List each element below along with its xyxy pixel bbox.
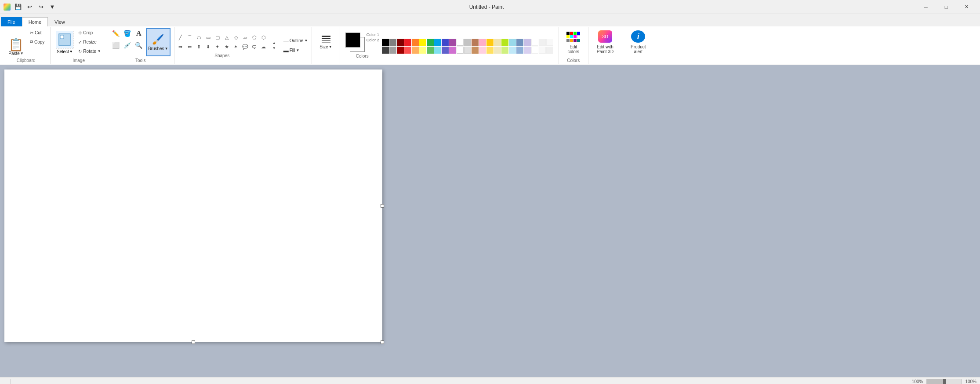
swatch-medblue[interactable] <box>442 47 449 54</box>
swatch-lavender[interactable] <box>524 39 531 46</box>
swatch-gold[interactable] <box>486 39 494 46</box>
close-button[interactable]: ✕ <box>956 0 976 14</box>
resize-handle-right[interactable] <box>381 204 384 208</box>
shape-round-rect[interactable]: ▢ <box>213 33 222 42</box>
resize-handle-corner[interactable] <box>381 340 384 344</box>
swatch-w5[interactable] <box>539 47 546 54</box>
cut-button[interactable]: ✂ Cut <box>28 28 47 37</box>
swatch-gray[interactable] <box>389 39 396 46</box>
shape-star5[interactable]: ★ <box>222 43 231 51</box>
tab-view[interactable]: View <box>48 17 72 26</box>
shape-hexagon[interactable]: ⬡ <box>259 33 268 42</box>
shape-line[interactable]: ╱ <box>176 33 185 42</box>
color1-preview[interactable] <box>345 33 360 48</box>
brushes-button[interactable]: 🖌️ Brushes ▼ <box>146 28 171 56</box>
shape-cloud[interactable]: ☁ <box>259 43 268 51</box>
resize-button[interactable]: ⤢ Resize <box>76 37 103 46</box>
shape-callout-rect[interactable]: 💬 <box>241 43 250 51</box>
swatch-wheat[interactable] <box>494 47 501 54</box>
zoom-slider-thumb[interactable] <box>943 379 946 384</box>
swatch-white1[interactable] <box>457 39 464 46</box>
zoom-slider[interactable] <box>926 379 962 384</box>
color-picker-button[interactable]: 💉 <box>122 40 133 51</box>
swatch-green[interactable] <box>427 39 434 46</box>
shape-diamond[interactable]: ◇ <box>232 33 240 42</box>
eraser-button[interactable]: ⬜ <box>111 40 121 51</box>
paint3d-button[interactable]: 3D Edit with Paint 3D <box>592 28 618 56</box>
swatch-blush[interactable] <box>479 47 486 54</box>
customize-button[interactable]: ▼ <box>47 2 57 12</box>
swatch-lime[interactable] <box>501 39 508 46</box>
swatch-chartreuse[interactable] <box>501 47 508 54</box>
swatch-lightgray[interactable] <box>464 39 471 46</box>
shapes-scroll-down[interactable]: ▼ <box>271 46 278 51</box>
swatch-steelblue[interactable] <box>516 39 523 46</box>
swatch-violet[interactable] <box>449 47 456 54</box>
tab-home[interactable]: Home <box>22 17 48 26</box>
swatch-lightgray2[interactable] <box>464 47 471 54</box>
swatch-maroon[interactable] <box>397 39 404 46</box>
swatch-periwinkle[interactable] <box>516 47 523 54</box>
swatch-medgreen[interactable] <box>427 47 434 54</box>
shape-callout-oval[interactable]: 🗨 <box>250 43 259 51</box>
shape-triangle[interactable]: △ <box>222 33 231 42</box>
swatch-yellow[interactable] <box>419 39 426 46</box>
swatch-w2[interactable] <box>539 39 546 46</box>
shape-arrow-right[interactable]: ➡ <box>176 43 185 51</box>
swatch-w3[interactable] <box>546 39 553 46</box>
shape-curve[interactable]: ⌒ <box>185 33 194 42</box>
magnify-button[interactable]: 🔍 <box>134 40 144 51</box>
swatch-tan[interactable] <box>472 47 479 54</box>
swatch-lightyellow[interactable] <box>419 47 426 54</box>
swatch-brown[interactable] <box>472 39 479 46</box>
minimize-button[interactable]: ─ <box>916 0 936 14</box>
product-alert-button[interactable]: i Product alert <box>626 28 650 56</box>
swatch-black[interactable] <box>382 39 389 46</box>
swatch-w6[interactable] <box>546 47 553 54</box>
shape-arrow-left[interactable]: ⬅ <box>185 43 194 51</box>
save-button[interactable]: 💾 <box>13 2 23 12</box>
swatch-pink[interactable] <box>479 39 486 46</box>
shape-rect[interactable]: ▭ <box>204 33 213 42</box>
shape-star6[interactable]: ✶ <box>232 43 240 51</box>
swatch-w1[interactable] <box>531 39 538 46</box>
crop-button[interactable]: ⊹ Crop <box>76 28 103 37</box>
shape-parallelogram[interactable]: ▱ <box>241 33 250 42</box>
swatch-red[interactable] <box>404 39 411 46</box>
maximize-button[interactable]: □ <box>936 0 956 14</box>
fill-shape-button[interactable]: ▬ Fill ▼ <box>281 46 310 55</box>
undo-button[interactable]: ↩ <box>25 2 34 12</box>
shape-pentagon[interactable]: ⬠ <box>250 33 259 42</box>
swatch-white2[interactable] <box>457 47 464 54</box>
swatch-blue[interactable] <box>442 39 449 46</box>
rotate-button[interactable]: ↻ Rotate ▼ <box>76 47 103 55</box>
swatch-orange[interactable] <box>412 39 419 46</box>
shapes-scroll-up[interactable]: ▲ <box>271 40 278 46</box>
edit-colors-button[interactable]: Edit colors <box>563 28 584 56</box>
size-button[interactable]: Size ▼ <box>316 28 336 56</box>
swatch-medgray[interactable] <box>389 47 396 54</box>
swatch-skyblue[interactable] <box>434 47 441 54</box>
swatch-butter[interactable] <box>486 47 494 54</box>
tab-file[interactable]: File <box>1 17 22 26</box>
paste-button[interactable]: 📋 Paste ▼ <box>5 28 27 56</box>
shape-arrow-down[interactable]: ⬇ <box>204 43 213 51</box>
outline-button[interactable]: — Outline ▼ <box>281 37 310 45</box>
swatch-lightblue[interactable] <box>509 39 516 46</box>
shape-arrow-up[interactable]: ⬆ <box>195 43 203 51</box>
swatch-darkgray[interactable] <box>382 47 389 54</box>
swatch-ice[interactable] <box>509 47 516 54</box>
copy-button[interactable]: ⧉ Copy <box>28 37 47 46</box>
shape-oval[interactable]: ⬭ <box>195 33 203 42</box>
redo-button[interactable]: ↪ <box>36 2 46 12</box>
canvas[interactable] <box>4 69 382 342</box>
text-button[interactable]: A <box>134 28 144 39</box>
pencil-button[interactable]: ✏️ <box>111 28 121 39</box>
fill-tool-button[interactable]: 🪣 <box>122 28 133 39</box>
shape-star4[interactable]: ✦ <box>213 43 222 51</box>
swatch-brightred[interactable] <box>404 47 411 54</box>
swatch-lilac[interactable] <box>524 47 531 54</box>
swatch-cyan[interactable] <box>434 39 441 46</box>
swatch-purple[interactable] <box>449 39 456 46</box>
swatch-peach[interactable] <box>412 47 419 54</box>
